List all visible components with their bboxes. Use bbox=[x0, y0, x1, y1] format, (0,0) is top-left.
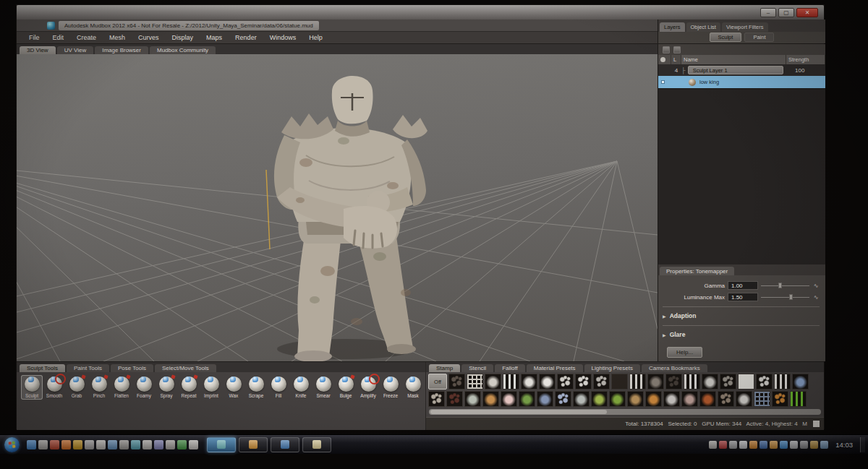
menu-item-curves[interactable]: Curves bbox=[132, 34, 166, 41]
stamp-thumbnail[interactable] bbox=[537, 391, 553, 407]
help-button[interactable]: Help... bbox=[667, 347, 702, 358]
tray-icon[interactable] bbox=[729, 441, 737, 449]
tab-viewport-filters[interactable]: Viewport Filters bbox=[722, 22, 768, 32]
stamp-thumbnail[interactable] bbox=[428, 391, 445, 407]
taskbar-app-button[interactable] bbox=[239, 437, 268, 452]
tray-icon[interactable] bbox=[790, 441, 798, 449]
tab-camera-bookmarks[interactable]: Camera Bookmarks bbox=[642, 364, 707, 372]
tool-spray[interactable]: Spray bbox=[156, 375, 177, 400]
quicklaunch-icon[interactable] bbox=[119, 440, 129, 449]
quicklaunch-icon[interactable] bbox=[61, 440, 71, 449]
tab-select-move-tools[interactable]: Select/Move Tools bbox=[155, 364, 216, 372]
layer-strength[interactable]: 100 bbox=[786, 67, 825, 74]
stamp-thumbnail[interactable] bbox=[593, 374, 610, 390]
tool-wax[interactable]: Wax bbox=[223, 375, 244, 400]
stamp-thumbnail[interactable] bbox=[519, 391, 535, 407]
scrollbar-handle[interactable] bbox=[430, 410, 607, 414]
show-desktop-button[interactable] bbox=[860, 437, 865, 452]
tab-3d-view[interactable]: 3D View bbox=[20, 46, 56, 54]
stamp-thumbnail[interactable] bbox=[467, 374, 483, 390]
stamp-thumbnail[interactable] bbox=[573, 391, 590, 407]
quicklaunch-icon[interactable] bbox=[177, 440, 187, 449]
tray-icon[interactable] bbox=[749, 441, 757, 449]
tray-icon[interactable] bbox=[820, 441, 828, 449]
luminance-max-value-input[interactable]: 1.50 bbox=[728, 293, 758, 301]
stamp-thumbnail[interactable] bbox=[501, 391, 517, 407]
mesh-row-selected[interactable]: low king bbox=[658, 76, 825, 88]
stamp-thumbnail[interactable] bbox=[754, 391, 770, 407]
stamp-thumbnail[interactable] bbox=[645, 391, 662, 407]
visibility-dot-icon[interactable] bbox=[661, 80, 665, 84]
layer-row-sculpt-layer-1[interactable]: 4 ├ Sculpt Layer 1 100 bbox=[658, 64, 825, 76]
minimize-button[interactable]: – bbox=[760, 8, 776, 17]
tray-icon[interactable] bbox=[719, 441, 727, 449]
tool-mask[interactable]: Mask bbox=[402, 375, 424, 400]
maximize-button[interactable]: ▢ bbox=[778, 8, 794, 17]
menu-item-render[interactable]: Render bbox=[229, 34, 263, 41]
tray-icon[interactable] bbox=[770, 441, 778, 449]
tab-layers[interactable]: Layers bbox=[660, 22, 685, 32]
close-button[interactable]: ✕ bbox=[796, 8, 818, 17]
stamp-thumbnail[interactable] bbox=[663, 391, 680, 407]
stamp-thumbnail[interactable] bbox=[736, 391, 752, 407]
stamp-thumbnail[interactable] bbox=[720, 374, 736, 390]
stamp-thumbnail[interactable] bbox=[627, 391, 644, 407]
menu-item-display[interactable]: Display bbox=[166, 34, 200, 41]
tab-uv-view[interactable]: UV View bbox=[57, 46, 94, 54]
tool-sculpt[interactable]: Sculpt bbox=[21, 375, 43, 400]
gamma-value-input[interactable]: 1.00 bbox=[728, 281, 758, 290]
mesh-name[interactable]: low king bbox=[699, 79, 719, 85]
stamp-thumbnail[interactable] bbox=[575, 374, 592, 390]
stamp-thumbnail[interactable] bbox=[482, 391, 499, 407]
stamp-thumbnail[interactable] bbox=[521, 374, 537, 390]
tab-pose-tools[interactable]: Pose Tools bbox=[111, 364, 153, 372]
tool-pinch[interactable]: Pinch bbox=[88, 375, 110, 400]
tool-repeat[interactable]: Repeat bbox=[178, 375, 200, 400]
tab-lighting-presets[interactable]: Lighting Presets bbox=[584, 364, 640, 372]
stamp-thumbnail[interactable] bbox=[629, 374, 646, 390]
stamp-thumbnail[interactable] bbox=[774, 374, 791, 390]
tab-paint-tools[interactable]: Paint Tools bbox=[67, 364, 109, 372]
tab-falloff[interactable]: Falloff bbox=[495, 364, 525, 372]
stamp-thumbnail[interactable] bbox=[446, 391, 463, 407]
quicklaunch-icon[interactable] bbox=[189, 440, 198, 449]
quicklaunch-icon[interactable] bbox=[85, 440, 94, 449]
tool-imprint[interactable]: Imprint bbox=[200, 375, 222, 400]
layer-menu-icon[interactable] bbox=[673, 46, 681, 53]
quicklaunch-icon[interactable] bbox=[131, 440, 140, 449]
stamp-thumbnail[interactable] bbox=[647, 374, 664, 390]
stamp-thumbnail[interactable] bbox=[772, 391, 788, 407]
tray-icon[interactable] bbox=[709, 441, 717, 449]
quicklaunch-icon[interactable] bbox=[73, 440, 82, 449]
properties-tab[interactable]: Properties: Tonemapper bbox=[660, 267, 734, 275]
quicklaunch-icon[interactable] bbox=[108, 440, 117, 449]
stamp-thumbnail[interactable] bbox=[718, 391, 734, 407]
stamp-thumbnail[interactable] bbox=[609, 391, 626, 407]
gamma-slider[interactable] bbox=[761, 281, 809, 290]
quicklaunch-icon[interactable] bbox=[27, 440, 36, 449]
quicklaunch-icon[interactable] bbox=[166, 440, 175, 449]
start-button[interactable] bbox=[4, 437, 20, 452]
paint-mode-button[interactable]: Paint bbox=[744, 33, 774, 42]
stamp-thumbnail[interactable] bbox=[485, 374, 501, 390]
curve-widget-icon[interactable]: ∿ bbox=[812, 283, 820, 289]
menu-item-help[interactable]: Help bbox=[302, 34, 329, 41]
tool-fill[interactable]: Fill bbox=[268, 375, 289, 400]
quicklaunch-icon[interactable] bbox=[142, 440, 152, 449]
tool-foamy[interactable]: Foamy bbox=[133, 375, 155, 400]
tool-grab[interactable]: Grab bbox=[66, 375, 88, 400]
sculpt-mode-button[interactable]: Sculpt bbox=[710, 33, 742, 42]
stamp-off-button[interactable]: Off bbox=[428, 374, 447, 390]
tray-icon[interactable] bbox=[810, 441, 818, 449]
tool-flatten[interactable]: Flatten bbox=[111, 375, 132, 400]
stamp-thumbnail[interactable] bbox=[557, 374, 574, 390]
tray-icon[interactable] bbox=[800, 441, 808, 449]
taskbar-app-button[interactable] bbox=[207, 437, 236, 452]
tray-icon[interactable] bbox=[760, 441, 767, 449]
menu-item-mesh[interactable]: Mesh bbox=[103, 34, 132, 41]
tab-stamp[interactable]: Stamp bbox=[429, 364, 460, 372]
expand-arrow-icon[interactable]: ▶ bbox=[663, 332, 666, 337]
tray-icon[interactable] bbox=[780, 441, 788, 449]
stamp-thumbnail[interactable] bbox=[611, 374, 628, 390]
quicklaunch-icon[interactable] bbox=[38, 440, 48, 449]
